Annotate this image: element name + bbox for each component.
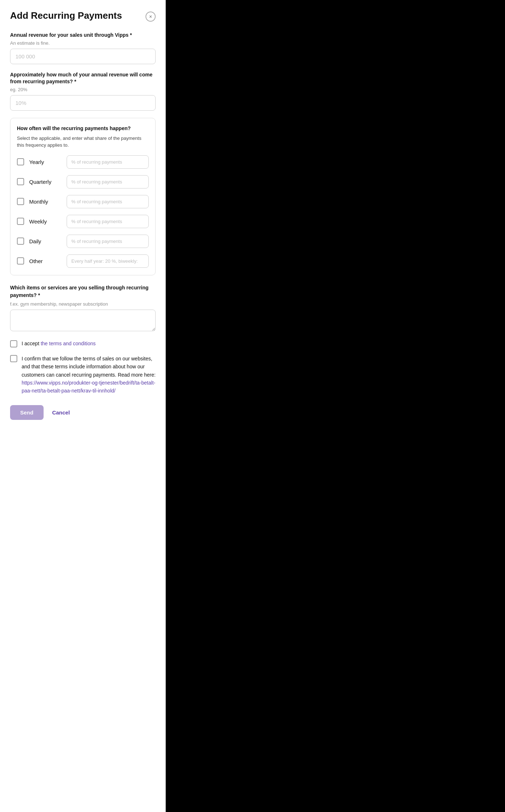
close-button[interactable]: × (146, 12, 156, 22)
yearly-label: Yearly (29, 159, 62, 165)
modal-container: Add Recurring Payments × Annual revenue … (0, 0, 166, 812)
terms-confirm-checkbox[interactable] (10, 355, 17, 362)
frequency-desc: Select the applicable, and enter what sh… (17, 135, 149, 149)
weekly-checkbox[interactable] (17, 218, 24, 225)
weekly-label: Weekly (29, 218, 62, 225)
send-button[interactable]: Send (10, 405, 44, 420)
annual-revenue-label: Annual revenue for your sales unit throu… (10, 32, 156, 39)
monthly-checkbox[interactable] (17, 198, 24, 205)
monthly-input[interactable] (67, 195, 149, 208)
modal-header: Add Recurring Payments × (10, 10, 156, 22)
form-actions: Send Cancel (10, 405, 156, 420)
yearly-input[interactable] (67, 155, 149, 169)
annual-revenue-input[interactable] (10, 49, 156, 64)
weekly-input[interactable] (67, 215, 149, 228)
recurring-percentage-group: Approximately how much of your annual re… (10, 71, 156, 111)
items-services-hint: f.ex. gym membership, newspaper subscrip… (10, 301, 156, 307)
other-label: Other (29, 258, 62, 264)
quarterly-input[interactable] (67, 175, 149, 188)
frequency-row-monthly: Monthly (17, 195, 149, 208)
frequency-row-other: Other (17, 254, 149, 268)
frequency-row-yearly: Yearly (17, 155, 149, 169)
terms-accept-label: I accept the terms and conditions (22, 340, 95, 347)
monthly-label: Monthly (29, 199, 62, 205)
terms-accept-checkbox[interactable] (10, 340, 17, 347)
terms-conditions-link[interactable]: the terms and conditions (41, 341, 96, 346)
daily-input[interactable] (67, 235, 149, 248)
frequency-row-daily: Daily (17, 235, 149, 248)
modal-title: Add Recurring Payments (10, 10, 122, 21)
annual-revenue-group: Annual revenue for your sales unit throu… (10, 32, 156, 64)
annual-revenue-hint: An estimate is fine. (10, 40, 156, 46)
terms-confirm-link[interactable]: https://www.vipps.no/produkter-og-tjenes… (22, 380, 155, 394)
items-services-input[interactable] (10, 310, 156, 331)
recurring-percentage-label: Approximately how much of your annual re… (10, 71, 156, 85)
terms-accept-row: I accept the terms and conditions (10, 340, 156, 347)
daily-checkbox[interactable] (17, 238, 24, 245)
frequency-box: How often will the recurring payments ha… (10, 118, 156, 275)
items-services-label: Which items or services are you selling … (10, 284, 156, 299)
quarterly-label: Quarterly (29, 179, 62, 185)
frequency-title: How often will the recurring payments ha… (17, 125, 149, 131)
items-services-group: Which items or services are you selling … (10, 284, 156, 333)
recurring-percentage-hint: eg. 20% (10, 87, 156, 92)
daily-label: Daily (29, 238, 62, 244)
frequency-row-quarterly: Quarterly (17, 175, 149, 188)
other-input[interactable] (67, 254, 149, 268)
quarterly-checkbox[interactable] (17, 178, 24, 185)
cancel-button[interactable]: Cancel (49, 405, 73, 420)
recurring-percentage-input[interactable] (10, 95, 156, 111)
close-icon: × (149, 14, 152, 19)
other-checkbox[interactable] (17, 257, 24, 265)
terms-confirm-row: I confirm that we follow the terms of sa… (10, 355, 156, 395)
terms-confirm-label: I confirm that we follow the terms of sa… (22, 355, 156, 395)
frequency-row-weekly: Weekly (17, 215, 149, 228)
yearly-checkbox[interactable] (17, 158, 24, 165)
